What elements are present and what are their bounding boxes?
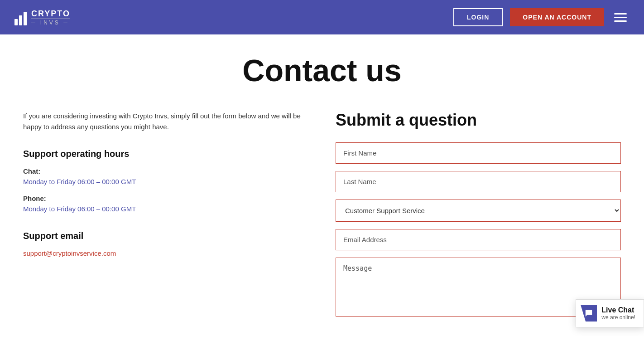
operating-hours-title: Support operating hours xyxy=(23,149,308,159)
chat-hours: Monday to Friday 06:00 – 00:00 GMT xyxy=(23,178,308,185)
last-name-input[interactable] xyxy=(336,171,621,192)
logo-bars-icon xyxy=(14,9,27,25)
service-group: Customer Support Service Technical Suppo… xyxy=(336,200,621,222)
hamburger-menu-button[interactable] xyxy=(611,10,630,24)
open-account-button[interactable]: OPEN AN ACCOUNT xyxy=(510,8,604,26)
page-title-section: Contact us xyxy=(0,34,644,97)
logo[interactable]: CRYPTO ─ INVS ─ xyxy=(14,9,70,25)
hamburger-line-3 xyxy=(614,20,627,22)
logo-text: CRYPTO ─ INVS ─ xyxy=(31,10,70,25)
header-nav: LOGIN OPEN AN ACCOUNT xyxy=(453,8,630,26)
first-name-group xyxy=(336,142,621,164)
email-input[interactable] xyxy=(336,229,621,250)
page-title: Contact us xyxy=(0,53,644,88)
service-select[interactable]: Customer Support Service Technical Suppo… xyxy=(336,200,621,222)
live-chat-title: Live Chat xyxy=(601,306,635,314)
main-content: If you are considering investing with Cr… xyxy=(5,111,639,326)
live-chat-status: we are online! xyxy=(601,314,635,321)
left-column: If you are considering investing with Cr… xyxy=(23,111,308,326)
logo-bottom: ─ INVS ─ xyxy=(31,19,70,25)
live-chat-icon xyxy=(581,305,597,322)
support-email-section: Support email support@cryptoinvservice.c… xyxy=(23,231,308,258)
form-title: Submit a question xyxy=(336,111,621,130)
last-name-group xyxy=(336,171,621,192)
logo-top: CRYPTO xyxy=(31,10,70,18)
login-button[interactable]: LOGIN xyxy=(453,8,503,26)
right-column: Submit a question Customer Support Servi… xyxy=(336,111,621,326)
hamburger-line-2 xyxy=(614,17,627,18)
email-group xyxy=(336,229,621,250)
hamburger-line-1 xyxy=(614,13,627,15)
live-chat-text-area: Live Chat we are online! xyxy=(601,306,635,321)
first-name-input[interactable] xyxy=(336,142,621,164)
intro-text: If you are considering investing with Cr… xyxy=(23,111,308,132)
support-email-title: Support email xyxy=(23,231,308,241)
live-chat-widget[interactable]: Live Chat we are online! xyxy=(576,299,644,326)
support-email-link[interactable]: support@cryptoinvservice.com xyxy=(23,249,116,257)
header: CRYPTO ─ INVS ─ LOGIN OPEN AN ACCOUNT xyxy=(0,0,644,34)
phone-label: Phone: xyxy=(23,195,308,202)
phone-hours: Monday to Friday 06:00 – 00:00 GMT xyxy=(23,205,308,213)
chat-label: Chat: xyxy=(23,167,308,175)
